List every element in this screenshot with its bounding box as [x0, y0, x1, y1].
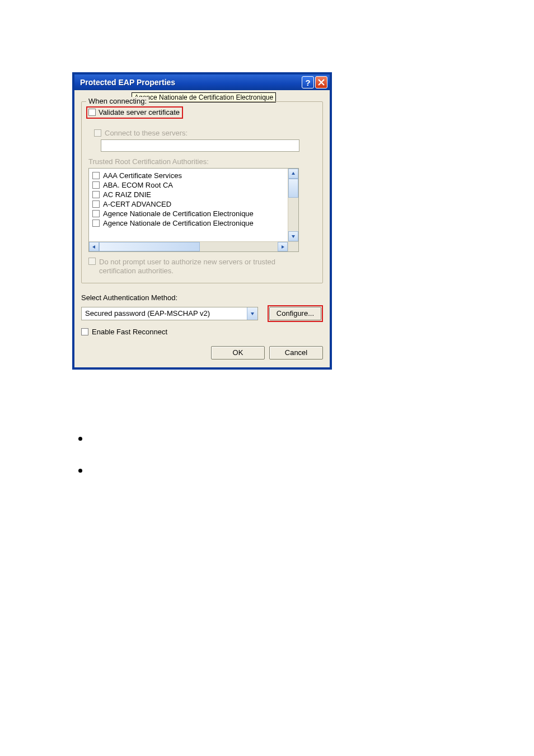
list-item[interactable]: ABA. ECOM Root CA: [92, 181, 298, 189]
trusted-root-list[interactable]: AAA Certificate Services ABA. ECOM Root …: [88, 168, 299, 252]
validate-server-certificate-label: Validate server certificate: [99, 108, 180, 116]
scroll-right-button[interactable]: [278, 242, 288, 251]
chevron-down-icon[interactable]: [247, 307, 257, 320]
ca-checkbox[interactable]: [92, 181, 100, 189]
do-not-prompt-label: Do not prompt user to authorize new serv…: [99, 258, 301, 276]
horizontal-scroll-track[interactable]: [200, 242, 278, 251]
vertical-scroll-thumb[interactable]: [288, 179, 298, 198]
scroll-up-button[interactable]: [288, 169, 298, 179]
ca-label: Agence Nationale de Certification Electr…: [103, 209, 254, 218]
when-connecting-group: When connecting: Validate server certifi…: [81, 101, 323, 283]
scroll-down-button[interactable]: [288, 231, 298, 241]
ca-label: AAA Certificate Services: [103, 171, 182, 180]
list-item[interactable]: AAA Certificate Services: [92, 171, 298, 180]
connect-to-servers-input: [101, 139, 299, 152]
list-item[interactable]: Agence Nationale de Certification Electr…: [92, 209, 298, 218]
titlebar[interactable]: Protected EAP Properties ?: [74, 74, 330, 90]
ca-label: ABA. ECOM Root CA: [103, 181, 173, 189]
ca-checkbox[interactable]: [92, 200, 100, 208]
list-item[interactable]: A-CERT ADVANCED: [92, 200, 298, 208]
scrollbar-corner: [288, 242, 298, 251]
auth-method-select[interactable]: Secured password (EAP-MSCHAP v2): [81, 307, 258, 320]
enable-fast-reconnect-checkbox[interactable]: [81, 328, 88, 335]
configure-button[interactable]: Configure...: [269, 307, 321, 320]
enable-fast-reconnect-label: Enable Fast Reconnect: [92, 328, 167, 336]
bullet-icon: [78, 469, 82, 473]
ca-label: AC RAIZ DNIE: [103, 190, 151, 199]
ok-label: OK: [233, 348, 243, 357]
select-auth-method-label: Select Authentication Method:: [81, 293, 323, 302]
connect-to-servers-checkbox: [94, 129, 101, 137]
vertical-scrollbar[interactable]: [288, 169, 298, 241]
configure-label: Configure...: [277, 309, 314, 318]
vertical-scroll-track[interactable]: [288, 198, 298, 231]
scroll-left-button[interactable]: [89, 242, 99, 251]
list-item[interactable]: Agence Nationale de Certification Electr…: [92, 219, 298, 227]
ca-checkbox[interactable]: [92, 172, 100, 179]
ca-checkbox[interactable]: [92, 191, 100, 198]
auth-method-selected: Secured password (EAP-MSCHAP v2): [85, 309, 210, 318]
bullet-list: [78, 437, 82, 501]
horizontal-scroll-thumb[interactable]: [99, 242, 200, 251]
trusted-root-items-viewport: AAA Certificate Services ABA. ECOM Root …: [89, 169, 298, 241]
protected-eap-dialog: Protected EAP Properties ? Agence Nation…: [73, 73, 331, 369]
list-item[interactable]: AC RAIZ DNIE: [92, 190, 298, 199]
group-legend-prefix: When connecting:: [88, 97, 147, 105]
connect-to-servers-label: Connect to these servers:: [105, 129, 188, 137]
help-button[interactable]: ?: [302, 76, 314, 88]
ok-button[interactable]: OK: [211, 346, 265, 360]
ca-label: Agence Nationale de Certification Electr…: [103, 219, 254, 227]
ca-label: A-CERT ADVANCED: [103, 200, 171, 208]
horizontal-scrollbar[interactable]: [89, 241, 298, 251]
ca-checkbox[interactable]: [92, 220, 100, 227]
close-button[interactable]: [315, 76, 327, 88]
ca-checkbox[interactable]: [92, 210, 100, 217]
bullet-icon: [78, 437, 82, 441]
validate-server-certificate-checkbox[interactable]: [88, 109, 96, 116]
cancel-label: Cancel: [285, 348, 307, 357]
cancel-button[interactable]: Cancel: [269, 346, 323, 360]
dialog-title: Protected EAP Properties: [80, 78, 301, 87]
trusted-root-label: Trusted Root Certification Authorities:: [88, 157, 316, 166]
do-not-prompt-checkbox: [88, 258, 96, 265]
